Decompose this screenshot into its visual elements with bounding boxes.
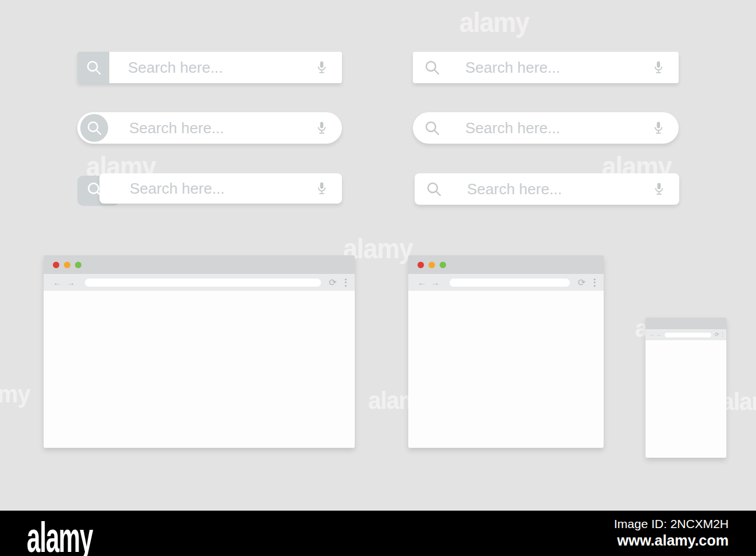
watermark: alamy — [721, 387, 756, 416]
search-input[interactable]: Search here... — [128, 59, 314, 77]
minimize-button[interactable] — [64, 262, 70, 268]
search-input[interactable]: Search here... — [467, 180, 651, 198]
search-input[interactable]: Search here... — [129, 119, 314, 137]
canvas: alamy alamy alamy alamy alamy alamy alam… — [0, 0, 756, 556]
browser-toolbar: ← → ⟳ — [44, 274, 355, 291]
watermark: alamy — [459, 7, 529, 38]
search-icon[interactable] — [423, 59, 441, 76]
back-icon[interactable]: ← — [53, 278, 62, 287]
search-bar-square-plain[interactable]: Search here... — [413, 52, 679, 83]
microphone-icon[interactable] — [651, 60, 666, 75]
refresh-icon[interactable]: ⟳ — [578, 278, 586, 287]
menu-icon[interactable] — [345, 279, 347, 287]
microphone-icon[interactable] — [314, 181, 329, 196]
browser-window-large: ← → ⟳ — [44, 255, 355, 448]
search-bar-pill-circle[interactable]: Search here... — [77, 112, 342, 144]
search-input[interactable]: Search here... — [465, 59, 651, 77]
search-bar-pill-plain[interactable]: Search here... — [413, 112, 679, 144]
microphone-icon[interactable] — [314, 120, 329, 136]
window-titlebar[interactable] — [408, 255, 604, 274]
microphone-icon[interactable] — [651, 120, 666, 136]
page-content — [44, 291, 355, 448]
browser-window-small: ← → ⟳ — [646, 318, 726, 458]
back-icon[interactable]: ← — [650, 333, 654, 337]
search-input[interactable]: Search here... — [465, 119, 651, 137]
window-controls — [53, 262, 81, 268]
minimize-button[interactable] — [429, 262, 435, 268]
menu-icon[interactable] — [722, 333, 723, 337]
back-icon[interactable]: ← — [418, 278, 426, 287]
browser-toolbar: ← → ⟳ — [646, 329, 726, 340]
search-bar-rounded-plain[interactable]: Search here... — [415, 173, 679, 205]
forward-icon[interactable]: → — [431, 278, 440, 287]
maximize-button[interactable] — [440, 262, 446, 268]
refresh-icon[interactable]: ⟳ — [329, 278, 337, 287]
menu-icon[interactable] — [594, 279, 595, 287]
search-icon — [85, 59, 102, 76]
url-bar[interactable] — [450, 279, 570, 287]
search-icon — [85, 119, 103, 137]
watermark: alamy — [0, 380, 30, 408]
search-button[interactable] — [80, 114, 108, 142]
search-button[interactable] — [77, 52, 109, 83]
url-bar[interactable] — [85, 279, 321, 287]
search-icon[interactable] — [423, 119, 441, 137]
refresh-icon[interactable]: ⟳ — [715, 332, 719, 337]
image-id: Image ID: 2NCXM2H — [614, 516, 729, 532]
search-bar-square-attached[interactable]: Search here... — [77, 52, 342, 83]
search-icon — [85, 180, 104, 199]
page-content — [646, 340, 726, 458]
browser-window-medium: ← → ⟳ — [408, 255, 604, 448]
url-bar[interactable] — [665, 333, 711, 337]
forward-icon[interactable]: → — [656, 333, 661, 337]
microphone-icon[interactable] — [651, 181, 666, 197]
search-icon[interactable] — [425, 180, 443, 198]
website-url: www.alamy.com — [614, 532, 729, 549]
forward-icon[interactable]: → — [66, 278, 75, 287]
window-titlebar[interactable] — [646, 318, 726, 329]
search-bar-rounded-tab[interactable]: Search here... — [77, 173, 342, 206]
alamy-logo: alamy — [27, 514, 92, 556]
maximize-button[interactable] — [75, 262, 81, 268]
close-button[interactable] — [418, 262, 424, 268]
search-input[interactable]: Search here... — [130, 180, 314, 198]
browser-toolbar: ← → ⟳ — [408, 274, 604, 291]
footer-bar: alamy Image ID: 2NCXM2H www.alamy.com — [0, 511, 756, 556]
page-content — [408, 291, 604, 448]
microphone-icon[interactable] — [314, 60, 329, 75]
window-controls — [418, 262, 446, 268]
close-button[interactable] — [53, 262, 59, 268]
window-titlebar[interactable] — [44, 255, 355, 274]
